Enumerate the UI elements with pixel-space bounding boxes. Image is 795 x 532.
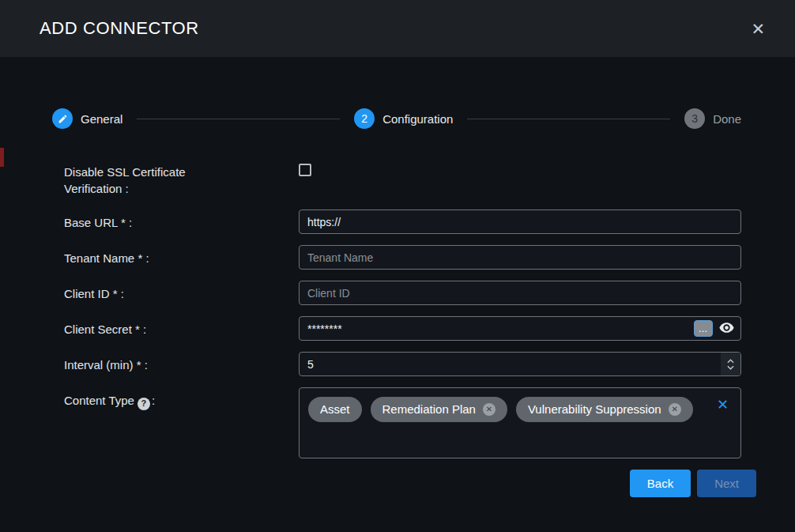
content-type-multiselect[interactable]: Asset Remediation Plan ✕ Vulnerability S… <box>299 387 741 458</box>
chevron-down-icon[interactable] <box>727 364 734 371</box>
field-row-ssl: Disable SSL Certificate Verification : <box>64 159 741 197</box>
client-id-label: Client ID * : <box>64 281 299 302</box>
secret-more-button[interactable]: … <box>694 320 713 337</box>
interval-stepper[interactable] <box>721 353 740 375</box>
base-url-input[interactable] <box>299 209 741 234</box>
add-connector-modal: ADD CONNECTOR ✕ General 2 Configuration … <box>0 0 795 532</box>
step-general-label: General <box>81 112 122 126</box>
close-icon[interactable]: ✕ <box>748 17 768 40</box>
ssl-label: Disable SSL Certificate Verification : <box>64 159 299 197</box>
step-configuration[interactable]: 2 Configuration <box>354 108 453 129</box>
stepper-connector <box>137 119 340 119</box>
eye-icon[interactable] <box>719 323 734 333</box>
field-row-client-secret: Client Secret * : … <box>64 316 741 341</box>
step-general[interactable]: General <box>52 108 122 129</box>
chip-remediation-plan: Remediation Plan ✕ <box>371 397 507 422</box>
wizard-stepper: General 2 Configuration 3 Done <box>52 108 741 129</box>
field-row-tenant-name: Tenant Name * : <box>64 245 741 270</box>
modal-title: ADD CONNECTOR <box>40 18 199 39</box>
client-secret-input[interactable] <box>299 316 741 341</box>
left-edge-red-mark <box>0 148 4 167</box>
footer-buttons: Back Next <box>64 470 756 497</box>
step-done-label: Done <box>713 112 741 126</box>
clear-all-icon[interactable]: ✕ <box>717 398 729 412</box>
modal-header: ADD CONNECTOR ✕ <box>0 0 795 57</box>
client-secret-label: Client Secret * : <box>64 316 299 338</box>
chip-asset: Asset <box>308 397 362 422</box>
base-url-label: Base URL * : <box>64 209 299 231</box>
step-configuration-label: Configuration <box>382 112 453 126</box>
chip-remove-icon[interactable]: ✕ <box>669 403 681 416</box>
client-id-input[interactable] <box>299 281 741 305</box>
field-row-client-id: Client ID * : <box>64 281 741 305</box>
content-type-label: Content Type?: <box>64 387 299 410</box>
field-row-interval: Interval (min) * : <box>64 352 741 376</box>
back-button[interactable]: Back <box>630 470 691 497</box>
tenant-name-label: Tenant Name * : <box>64 245 299 266</box>
help-icon[interactable]: ? <box>138 398 150 410</box>
field-row-base-url: Base URL * : <box>64 209 741 234</box>
field-row-content-type: Content Type?: Asset Remediation Plan ✕ … <box>64 387 741 458</box>
step-3-badge: 3 <box>684 108 705 129</box>
modal-body: General 2 Configuration 3 Done Disable S… <box>0 57 795 497</box>
step-2-badge: 2 <box>354 108 375 129</box>
chevron-up-icon[interactable] <box>727 358 734 364</box>
next-button[interactable]: Next <box>697 470 756 497</box>
chip-vulnerability-suppression: Vulnerability Suppression ✕ <box>516 397 693 422</box>
ssl-verification-checkbox[interactable] <box>299 164 311 176</box>
tenant-name-input[interactable] <box>299 245 741 270</box>
chip-remove-icon[interactable]: ✕ <box>483 403 495 416</box>
stepper-connector <box>467 119 670 119</box>
interval-input[interactable] <box>299 352 741 376</box>
step-done[interactable]: 3 Done <box>684 108 741 129</box>
pencil-icon <box>52 108 73 129</box>
interval-label: Interval (min) * : <box>64 352 299 373</box>
